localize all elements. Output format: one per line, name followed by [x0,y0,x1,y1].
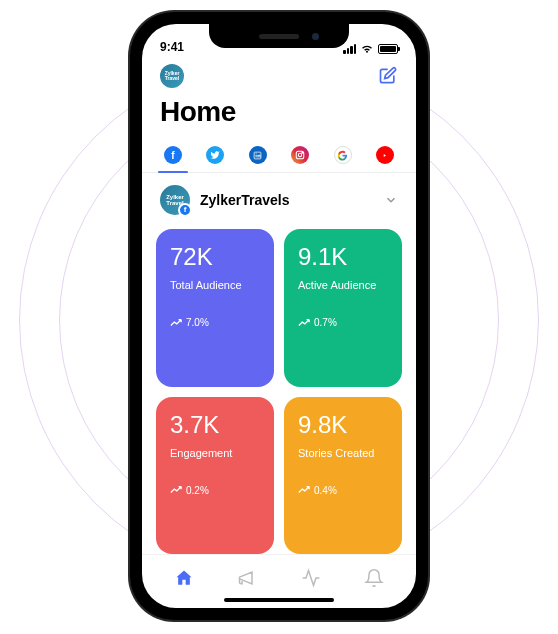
card-trend: 0.7% [298,317,388,328]
linkedin-icon [249,146,267,164]
social-tabs: f [142,138,416,173]
bell-icon [364,568,384,588]
tab-facebook[interactable]: f [160,138,186,172]
twitter-icon [206,146,224,164]
phone-frame: 9:41 Zylker Travel Home f Zylker Travel … [130,12,428,620]
signal-icon [343,44,356,54]
account-avatar: Zylker Travel f [160,185,190,215]
card-value: 9.8K [298,411,388,439]
card-total-audience[interactable]: 72K Total Audience 7.0% [156,229,274,387]
svg-point-2 [256,153,257,154]
profile-avatar[interactable]: Zylker Travel [160,64,184,88]
nav-announce[interactable] [225,562,269,598]
card-active-audience[interactable]: 9.1K Active Audience 0.7% [284,229,402,387]
home-icon [174,568,194,588]
tab-instagram[interactable] [287,138,313,172]
card-trend: 7.0% [170,317,260,328]
app-header: Zylker Travel [142,56,416,92]
phone-screen: 9:41 Zylker Travel Home f Zylker Travel … [142,24,416,608]
account-selector[interactable]: Zylker Travel f ZylkerTravels [142,173,416,229]
status-icons [343,44,398,54]
nav-home[interactable] [162,562,206,598]
home-indicator [224,598,334,602]
facebook-badge-icon: f [178,203,192,217]
card-value: 3.7K [170,411,260,439]
card-trend: 0.2% [170,485,260,496]
trend-up-icon [298,319,310,327]
stats-grid: 72K Total Audience 7.0% 9.1K Active Audi… [142,229,416,554]
card-label: Engagement [170,447,260,459]
instagram-icon [291,146,309,164]
phone-notch [209,24,349,48]
card-engagement[interactable]: 3.7K Engagement 0.2% [156,397,274,555]
card-trend: 0.4% [298,485,388,496]
trend-up-icon [298,486,310,494]
youtube-icon [376,146,394,164]
account-name: ZylkerTravels [200,192,290,208]
chevron-down-icon [384,193,398,207]
card-value: 9.1K [298,243,388,271]
svg-point-4 [299,153,302,156]
status-time: 9:41 [160,40,184,54]
nav-notifications[interactable] [352,562,396,598]
compose-icon[interactable] [378,66,398,86]
svg-point-5 [302,152,303,153]
tab-google[interactable] [330,138,356,172]
card-label: Total Audience [170,279,260,291]
facebook-icon: f [164,146,182,164]
card-stories-created[interactable]: 9.8K Stories Created 0.4% [284,397,402,555]
nav-activity[interactable] [289,562,333,598]
tab-linkedin[interactable] [245,138,271,172]
battery-icon [378,44,398,54]
page-title: Home [142,92,416,138]
trend-up-icon [170,486,182,494]
activity-icon [301,568,321,588]
megaphone-icon [237,568,257,588]
card-label: Stories Created [298,447,388,459]
google-icon [334,146,352,164]
tab-youtube[interactable] [372,138,398,172]
svg-rect-1 [256,154,257,157]
card-value: 72K [170,243,260,271]
wifi-icon [360,44,374,54]
card-label: Active Audience [298,279,388,291]
trend-up-icon [170,319,182,327]
tab-twitter[interactable] [202,138,228,172]
